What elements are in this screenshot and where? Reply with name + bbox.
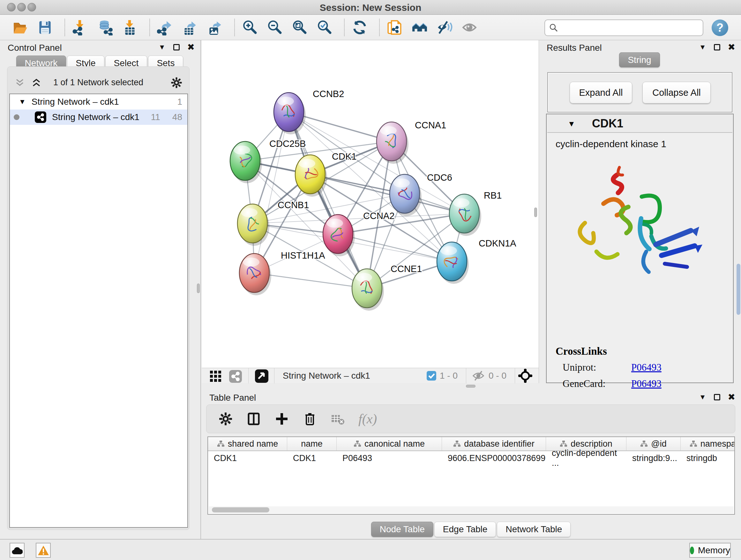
table-cell[interactable]: cyclin-dependent ... bbox=[546, 451, 626, 465]
table-cell[interactable]: P06493 bbox=[337, 451, 442, 465]
table-settings-gear-icon[interactable] bbox=[218, 411, 233, 427]
gear-icon[interactable] bbox=[170, 76, 183, 89]
network-node-RB1[interactable] bbox=[449, 194, 481, 236]
search-input[interactable] bbox=[558, 23, 696, 33]
table-cell[interactable]: 9606.ENSP00000378699 bbox=[442, 451, 546, 465]
network-graph: CCNB2CCNA1CDC25BCDK1CDC6RB1CCNB1CCNA2CDK… bbox=[202, 40, 539, 368]
protein-description: cyclin-dependent kinase 1 bbox=[556, 138, 666, 149]
table-cell[interactable]: CDK1 bbox=[287, 451, 337, 465]
column-header-canonical-name[interactable]: canonical name bbox=[337, 437, 442, 450]
column-label: @id bbox=[651, 439, 666, 449]
column-header-name[interactable]: name bbox=[287, 437, 337, 450]
network-tree-row[interactable]: ▼String Network – cdk11 bbox=[10, 94, 187, 110]
function-builder-icon[interactable]: f(x) bbox=[358, 411, 377, 427]
panel-menu-icon[interactable]: ▼ bbox=[699, 393, 706, 401]
results-scrollbar-thumb[interactable] bbox=[737, 264, 740, 315]
home-layout-icon[interactable] bbox=[412, 19, 428, 36]
table-cell[interactable]: stringdb bbox=[681, 451, 735, 465]
zoom-selected-icon[interactable] bbox=[317, 19, 333, 36]
crosslink-link[interactable]: P06493 bbox=[631, 362, 662, 373]
collapse-all-button[interactable]: Collapse All bbox=[643, 82, 711, 104]
show-all-icon[interactable] bbox=[461, 19, 477, 36]
network-selected-status: 1 of 1 Network selected bbox=[7, 78, 189, 87]
protein-name: CDK1 bbox=[592, 117, 623, 130]
panel-menu-icon[interactable]: ▼ bbox=[699, 43, 706, 51]
import-table-icon[interactable] bbox=[122, 19, 138, 36]
collapse-section-icon[interactable]: ▼ bbox=[568, 119, 576, 128]
open-session-icon[interactable] bbox=[12, 19, 28, 36]
zoom-out-icon[interactable] bbox=[267, 19, 283, 36]
add-column-icon[interactable] bbox=[274, 411, 289, 427]
hierarchy-icon bbox=[354, 440, 361, 447]
warning-icon bbox=[38, 545, 49, 556]
network-edge[interactable] bbox=[338, 234, 452, 261]
tab-node-table[interactable]: Node Table bbox=[371, 522, 433, 537]
column-header-database-identifier[interactable]: database identifier bbox=[442, 437, 546, 450]
horizontal-splitter-handle[interactable] bbox=[466, 385, 475, 388]
tab-edge-table[interactable]: Edge Table bbox=[434, 522, 496, 537]
zoom-in-icon[interactable] bbox=[242, 19, 258, 36]
network-canvas[interactable]: CCNB2CCNA1CDC25BCDK1CDC6RB1CCNB1CCNA2CDK… bbox=[202, 40, 539, 383]
export-network-icon[interactable] bbox=[157, 19, 173, 36]
clone-network-icon[interactable] bbox=[387, 19, 403, 36]
hide-selected-icon[interactable] bbox=[436, 19, 453, 36]
panel-menu-icon[interactable]: ▼ bbox=[158, 43, 165, 51]
panel-float-icon[interactable] bbox=[714, 44, 720, 51]
tab-network-table[interactable]: Network Table bbox=[497, 522, 570, 537]
network-tree-row[interactable]: String Network – cdk11148 bbox=[10, 110, 187, 125]
expand-all-button[interactable]: Expand All bbox=[569, 82, 632, 104]
show-columns-icon[interactable] bbox=[246, 411, 261, 427]
column-header-@id[interactable]: @id bbox=[626, 437, 681, 450]
import-database-icon[interactable] bbox=[97, 19, 113, 36]
refresh-icon[interactable] bbox=[352, 19, 367, 36]
delete-column-icon[interactable] bbox=[302, 411, 318, 427]
column-header-namespace[interactable]: namespace bbox=[681, 437, 735, 450]
zoom-fit-icon[interactable] bbox=[292, 19, 308, 36]
delete-table-icon[interactable] bbox=[330, 411, 346, 427]
table-row[interactable]: CDK1CDK1P064939606.ENSP00000378699cyclin… bbox=[208, 451, 735, 465]
panel-close-icon[interactable]: ✖ bbox=[728, 393, 735, 401]
network-node-CCNA1[interactable] bbox=[377, 122, 408, 164]
panel-float-icon[interactable] bbox=[714, 394, 720, 400]
network-node-CDC6[interactable] bbox=[390, 174, 421, 216]
view-grid-icon[interactable] bbox=[208, 368, 223, 383]
panel-close-icon[interactable]: ✖ bbox=[187, 43, 195, 52]
left-splitter-handle[interactable] bbox=[197, 284, 200, 293]
panel-close-icon[interactable]: ✖ bbox=[728, 43, 735, 52]
fit-selected-icon[interactable] bbox=[518, 368, 533, 383]
network-edge[interactable] bbox=[254, 112, 289, 273]
birdseye-view-icon[interactable] bbox=[254, 368, 269, 383]
protein-section-header[interactable]: ▼ CDK1 bbox=[547, 114, 732, 133]
window-title: Session: New Session bbox=[0, 2, 741, 13]
network-node-CDKN1A[interactable] bbox=[437, 242, 469, 284]
network-node-HIST1H1A[interactable] bbox=[239, 253, 271, 295]
help-button[interactable]: ? bbox=[712, 19, 728, 36]
node-label-CCNE1: CCNE1 bbox=[391, 264, 422, 274]
memory-button[interactable]: Memory bbox=[689, 543, 731, 558]
search-icon bbox=[549, 23, 558, 33]
table-cell[interactable]: stringdb:9... bbox=[626, 451, 681, 465]
panel-float-icon[interactable] bbox=[173, 44, 180, 51]
network-node-CCNB1[interactable] bbox=[238, 204, 269, 246]
warning-button[interactable] bbox=[36, 543, 51, 558]
tree-expand-icon[interactable]: ▼ bbox=[19, 98, 26, 106]
crosslink-link[interactable]: P06493 bbox=[631, 378, 662, 389]
network-node-CDK1[interactable] bbox=[295, 155, 327, 197]
network-node-CCNB2[interactable] bbox=[274, 92, 306, 134]
view-network-icon[interactable] bbox=[228, 368, 243, 383]
import-network-icon[interactable] bbox=[72, 19, 88, 36]
tab-string[interactable]: String bbox=[619, 52, 660, 67]
column-header-shared-name[interactable]: shared name bbox=[208, 437, 287, 450]
network-node-CCNA2[interactable] bbox=[323, 214, 355, 256]
export-table-icon[interactable] bbox=[182, 19, 198, 36]
export-image-icon[interactable] bbox=[207, 19, 223, 36]
right-splitter-handle[interactable] bbox=[534, 207, 537, 217]
cloud-button[interactable] bbox=[10, 543, 24, 558]
toolbar-separator bbox=[344, 19, 345, 36]
current-network-dot-icon bbox=[14, 114, 19, 120]
save-session-icon[interactable] bbox=[37, 19, 53, 36]
table-cell[interactable]: CDK1 bbox=[208, 451, 287, 465]
scrollbar-thumb[interactable] bbox=[212, 507, 269, 512]
selected-checkbox-icon[interactable] bbox=[426, 371, 436, 381]
network-node-CCNE1[interactable] bbox=[352, 269, 384, 311]
